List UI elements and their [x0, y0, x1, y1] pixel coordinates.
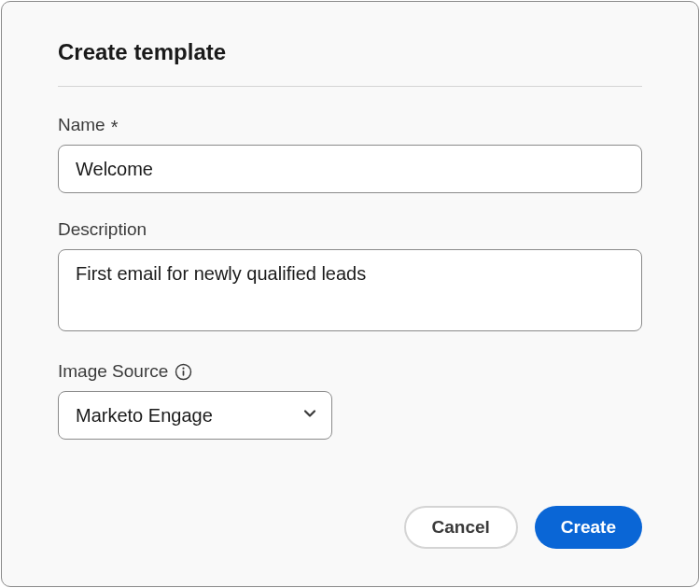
image-source-selected-value: Marketo Engage [76, 405, 213, 427]
name-field: Name * [58, 115, 642, 193]
image-source-field: Image Source Marketo Engage [58, 361, 642, 440]
image-source-label-row: Image Source [58, 361, 642, 382]
button-row: Cancel Create [404, 506, 642, 549]
image-source-select-wrapper: Marketo Engage [58, 391, 332, 440]
image-source-select[interactable]: Marketo Engage [58, 391, 332, 440]
description-label-row: Description [58, 219, 642, 240]
divider [58, 86, 642, 87]
image-source-label: Image Source [58, 361, 168, 382]
svg-rect-2 [182, 370, 184, 375]
description-field: Description [58, 219, 642, 335]
required-asterisk: * [111, 118, 119, 136]
description-label: Description [58, 219, 147, 240]
svg-point-1 [182, 367, 184, 369]
name-label-row: Name * [58, 115, 642, 135]
create-template-dialog: Create template Name * Description Image… [1, 1, 699, 587]
description-input[interactable] [58, 249, 642, 331]
name-label: Name [58, 115, 105, 135]
name-input[interactable] [58, 145, 642, 193]
create-button[interactable]: Create [535, 506, 642, 549]
info-icon[interactable] [174, 362, 192, 381]
dialog-title: Create template [58, 39, 642, 65]
cancel-button[interactable]: Cancel [404, 506, 518, 549]
